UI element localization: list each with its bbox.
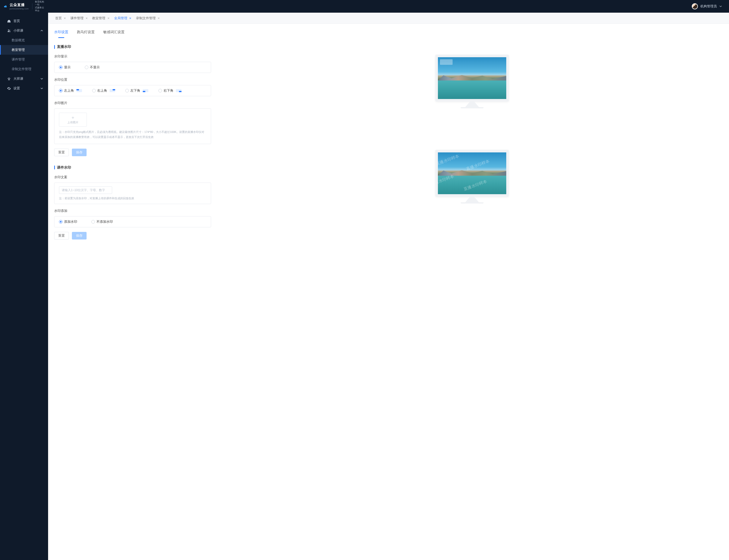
brand-title: 云朵直播: [10, 3, 29, 7]
username: 机构管理员: [700, 4, 717, 9]
svg-point-2: [9, 30, 10, 30]
brand-tagline-2: 式服务云平台: [35, 6, 45, 12]
watermark-text-input[interactable]: [59, 186, 112, 194]
brand-subtitle: yunduoketang.com: [10, 8, 29, 10]
label-watermark-text: 水印文案: [54, 175, 211, 179]
chevron-down-icon: [41, 77, 43, 80]
chevron-up-icon: [41, 29, 43, 32]
upload-box: ＋ 上传图片 注：水印只支持png格式图片，且必须为透明底。建议最佳图片尺寸：1…: [54, 108, 211, 144]
chevron-down-icon: [41, 87, 43, 90]
radio-display-show[interactable]: 显示: [59, 65, 71, 70]
watermark-sample-text: 直播水印样本: [463, 179, 488, 192]
save-button[interactable]: 保存: [72, 149, 87, 156]
gear-icon: [7, 87, 11, 90]
watermark-sample-text: 直播水印样本: [438, 174, 455, 187]
nav-home[interactable]: 首页: [0, 16, 48, 26]
tab-home[interactable]: 首页 ×: [54, 14, 67, 22]
radio-group-add: 添加水印 不添加水印: [54, 216, 211, 227]
svg-point-4: [8, 78, 8, 79]
label-watermark-display: 水印显示: [54, 54, 211, 59]
navigation: 首页 小班课 数据概览 教室管理 课件管理 录制文件管理 大班课 设置: [0, 13, 48, 93]
radio-display-hide[interactable]: 不显示: [85, 65, 100, 70]
plus-icon: ＋: [71, 115, 75, 120]
nav-sub-classroom-mgmt[interactable]: 教室管理: [0, 45, 48, 55]
input-box: 注：若设置为添加水印，对直播上传的课件和生成的回放生效: [54, 183, 211, 204]
nav-small-class[interactable]: 小班课: [0, 26, 48, 35]
brand: 云朵直播 yunduoketang.com 教育机构一站 式服务云平台: [0, 0, 48, 13]
upload-button[interactable]: ＋ 上传图片: [59, 113, 87, 127]
nav-sub-data-overview[interactable]: 数据概览: [0, 35, 48, 45]
svg-point-5: [10, 78, 10, 79]
radio-pos-bottom-left[interactable]: 左下角: [125, 88, 148, 93]
nav-sub-courseware-mgmt[interactable]: 课件管理: [0, 55, 48, 64]
tab-recording[interactable]: 录制文件管理 ×: [134, 14, 161, 22]
input-note: 注：若设置为添加水印，对直播上传的课件和生成的回放生效: [59, 196, 206, 200]
tab-global[interactable]: 全局管理 ×: [113, 14, 133, 22]
radio-add-yes[interactable]: 添加水印: [59, 219, 77, 224]
tab-classroom[interactable]: 教室管理 ×: [91, 14, 111, 22]
watermark-preview-badge: [440, 59, 453, 65]
home-icon: [7, 19, 11, 23]
close-icon[interactable]: ×: [158, 16, 160, 20]
upload-note: 注：水印只支持png格式图片，且必须为透明底。建议最佳图片尺寸：174*80，大…: [59, 130, 206, 140]
reset-button[interactable]: 重置: [54, 149, 69, 156]
position-icon: [76, 89, 82, 92]
close-icon[interactable]: ×: [129, 16, 131, 20]
preview-monitor-1: [435, 55, 509, 102]
breadcrumb-tabs: 首页 × 课件管理 × 教室管理 × 全局管理 × 录制文件管理 ×: [48, 13, 729, 24]
radio-pos-top-right[interactable]: 右上角: [92, 88, 115, 93]
close-icon[interactable]: ×: [64, 16, 66, 20]
save-button-2[interactable]: 保存: [72, 232, 87, 239]
reset-button-2[interactable]: 重置: [54, 232, 69, 239]
position-icon: [143, 89, 148, 92]
tab-marquee-settings[interactable]: 跑马灯设置: [77, 30, 95, 38]
svg-point-1: [8, 29, 9, 30]
nav-big-class[interactable]: 大班课: [0, 74, 48, 84]
brand-tagline-1: 教育机构一站: [35, 1, 45, 6]
radio-group-display: 显示 不显示: [54, 62, 211, 73]
label-watermark-position: 水印位置: [54, 77, 211, 82]
tab-courseware[interactable]: 课件管理 ×: [69, 14, 89, 22]
preview-monitor-2: 直播水印样本 直播水印样本 直播水印样本 直播水印样本: [435, 150, 509, 197]
topbar: 机构管理员: [48, 0, 729, 13]
svg-point-3: [9, 77, 10, 78]
users-icon: [7, 29, 11, 33]
radio-group-position: 左上角 右上角 左下角 右下角: [54, 85, 211, 96]
svg-point-0: [6, 5, 7, 6]
radio-pos-bottom-right[interactable]: 右下角: [158, 88, 181, 93]
content-tabs: 水印设置 跑马灯设置 敏感词汇设置: [54, 30, 723, 38]
tab-watermark-settings[interactable]: 水印设置: [54, 30, 68, 38]
radio-pos-top-left[interactable]: 左上角: [59, 88, 82, 93]
nav-sub-recording-mgmt[interactable]: 录制文件管理: [0, 64, 48, 74]
radio-add-no[interactable]: 不添加水印: [91, 219, 113, 224]
position-icon: [176, 89, 181, 92]
close-icon[interactable]: ×: [86, 16, 88, 20]
watermark-sample-text: 直播水印样本: [465, 158, 490, 172]
chevron-down-icon[interactable]: [719, 5, 722, 8]
position-icon: [110, 89, 115, 92]
close-icon[interactable]: ×: [107, 16, 109, 20]
sidebar: 云朵直播 yunduoketang.com 教育机构一站 式服务云平台 首页 小…: [0, 0, 48, 560]
section-courseware-watermark-title: 课件水印: [54, 165, 211, 170]
section-live-watermark-title: 直播水印: [54, 45, 211, 49]
avatar[interactable]: [692, 3, 698, 9]
group-icon: [7, 77, 11, 81]
nav-settings[interactable]: 设置: [0, 84, 48, 93]
tab-sensitive-words[interactable]: 敏感词汇设置: [103, 30, 125, 38]
label-watermark-image: 水印图片: [54, 101, 211, 105]
cloud-logo-icon: [4, 4, 8, 9]
label-watermark-add: 水印添加: [54, 209, 211, 213]
watermark-sample-text: 直播水印样本: [438, 153, 460, 167]
